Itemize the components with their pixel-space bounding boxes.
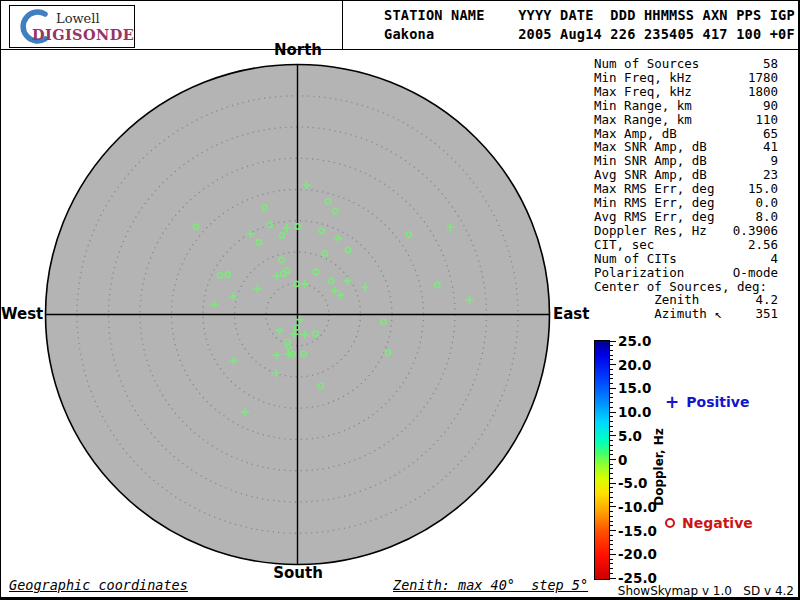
colorbar-minor-tick xyxy=(610,573,613,574)
colorbar-axis-title: Doppler, Hz xyxy=(652,428,666,506)
colorbar-minor-tick xyxy=(610,540,613,541)
stat-row: PolarizationO-mode xyxy=(594,266,778,280)
stat-row: Min RMS Err, deg0.0 xyxy=(594,196,778,210)
stat-label: Polarization xyxy=(594,266,684,280)
stat-value: 110 xyxy=(755,113,778,127)
stat-value: O-mode xyxy=(733,266,778,280)
stat-label: Num of CITs xyxy=(594,252,677,266)
colorbar-tick-label: 0 xyxy=(618,452,627,468)
colorbar-minor-tick xyxy=(610,421,613,422)
stat-label: Avg SNR Amp, dB xyxy=(594,168,707,182)
plus-marker-icon: + xyxy=(665,395,679,409)
colorbar-minor-tick xyxy=(610,359,613,360)
circle-marker-icon xyxy=(665,518,675,528)
stat-label: Max Amp, dB xyxy=(594,127,677,141)
stat-row: Max Range, km110 xyxy=(594,113,778,127)
colorbar-minor-tick xyxy=(610,454,613,455)
stat-row: Min Freq, kHz1780 xyxy=(594,71,778,85)
stat-label: Min SNR Amp, dB xyxy=(594,154,707,168)
colorbar-tick-label: 10.0 xyxy=(618,404,651,420)
stat-value: 1780 xyxy=(748,71,778,85)
stat-label: Zenith xyxy=(594,293,699,307)
stat-row: Num of CITs4 xyxy=(594,252,778,266)
stat-label: Azimuth ↖ xyxy=(594,307,722,321)
stat-label: Max SNR Amp, dB xyxy=(594,140,707,154)
stat-row: Doppler Res, Hz0.3906 xyxy=(594,224,778,238)
stat-label: CIT, sec xyxy=(594,238,654,252)
stat-row: Max Freq, kHz1800 xyxy=(594,85,778,99)
colorbar-tick-label: -5.0 xyxy=(618,475,648,491)
colorbar-minor-tick xyxy=(610,378,613,379)
stat-row: Num of Sources58 xyxy=(594,57,778,71)
stat-row: Max Amp, dB65 xyxy=(594,127,778,141)
colorbar-major-tick xyxy=(610,364,616,365)
colorbar-minor-tick xyxy=(610,355,613,356)
stat-value: 58 xyxy=(763,57,778,71)
colorbar-minor-tick xyxy=(610,521,613,522)
stat-row: Avg RMS Err, deg8.0 xyxy=(594,210,778,224)
stat-value: 4 xyxy=(770,252,778,266)
stat-label: Doppler Res, Hz xyxy=(594,224,707,238)
colorbar-minor-tick xyxy=(610,426,613,427)
colorbar-major-tick xyxy=(610,578,616,579)
colorbar-minor-tick xyxy=(610,374,613,375)
colorbar-minor-tick xyxy=(610,535,613,536)
legend-positive: + Positive xyxy=(665,394,749,410)
stat-row: Min SNR Amp, dB9 xyxy=(594,154,778,168)
colorbar-minor-tick xyxy=(610,431,613,432)
colorbar-minor-tick xyxy=(610,544,613,545)
colorbar-minor-tick xyxy=(610,559,613,560)
stats-panel: Num of Sources58Min Freq, kHz1780Max Fre… xyxy=(594,57,778,321)
colorbar-tick-label: 5.0 xyxy=(618,428,642,444)
stat-value: 90 xyxy=(763,99,778,113)
colorbar-minor-tick xyxy=(610,393,613,394)
compass-label-north: North xyxy=(248,41,348,59)
stat-label: Center of Sources, deg: xyxy=(594,280,767,294)
colorbar-major-tick xyxy=(610,435,616,436)
colorbar-minor-tick xyxy=(610,445,613,446)
stat-label: Min RMS Err, deg xyxy=(594,196,714,210)
stat-row: Zenith4.2 xyxy=(594,293,778,307)
stat-value: 351 xyxy=(755,307,778,321)
colorbar-minor-tick xyxy=(610,350,613,351)
colorbar-minor-tick xyxy=(610,464,613,465)
colorbar-minor-tick xyxy=(610,516,613,517)
software-version-label: ShowSkymap v 1.0 SD v 4.2 xyxy=(618,584,794,598)
zenith-scale-label: Zenith: max 40° step 5° xyxy=(393,577,588,593)
colorbar-major-tick xyxy=(610,506,616,507)
colorbar-minor-tick xyxy=(610,369,613,370)
colorbar-minor-tick xyxy=(610,478,613,479)
stat-label: Num of Sources xyxy=(594,57,699,71)
legend-negative: Negative xyxy=(665,515,753,531)
stat-value: 15.0 xyxy=(748,182,778,196)
stat-label: Min Range, km xyxy=(594,99,692,113)
colorbar-minor-tick xyxy=(610,416,613,417)
stat-row: Max SNR Amp, dB41 xyxy=(594,140,778,154)
stat-value: 1800 xyxy=(748,85,778,99)
colorbar-minor-tick xyxy=(610,397,613,398)
colorbar-minor-tick xyxy=(610,525,613,526)
colorbar-tick-label: -20.0 xyxy=(618,546,657,562)
doppler-colorbar xyxy=(594,340,610,580)
colorbar-minor-tick xyxy=(610,468,613,469)
stat-row: Azimuth ↖351 xyxy=(594,307,778,321)
stat-row: Max RMS Err, deg15.0 xyxy=(594,182,778,196)
colorbar-tick-label: 15.0 xyxy=(618,380,651,396)
stat-row: Center of Sources, deg: xyxy=(594,280,778,294)
stat-label: Max Freq, kHz xyxy=(594,85,692,99)
colorbar-minor-tick xyxy=(610,511,613,512)
colorbar-minor-tick xyxy=(610,345,613,346)
colorbar-major-tick xyxy=(610,554,616,555)
colorbar-major-tick xyxy=(610,483,616,484)
legend-positive-label: Positive xyxy=(686,394,749,410)
colorbar-minor-tick xyxy=(610,450,613,451)
stat-row: Avg SNR Amp, dB23 xyxy=(594,168,778,182)
legend-negative-label: Negative xyxy=(682,515,753,531)
stat-row: CIT, sec2.56 xyxy=(594,238,778,252)
stat-value: 23 xyxy=(763,168,778,182)
stat-value: 9 xyxy=(770,154,778,168)
colorbar-minor-tick xyxy=(610,383,613,384)
colorbar-minor-tick xyxy=(610,487,613,488)
colorbar-minor-tick xyxy=(610,568,613,569)
colorbar-minor-tick xyxy=(610,549,613,550)
